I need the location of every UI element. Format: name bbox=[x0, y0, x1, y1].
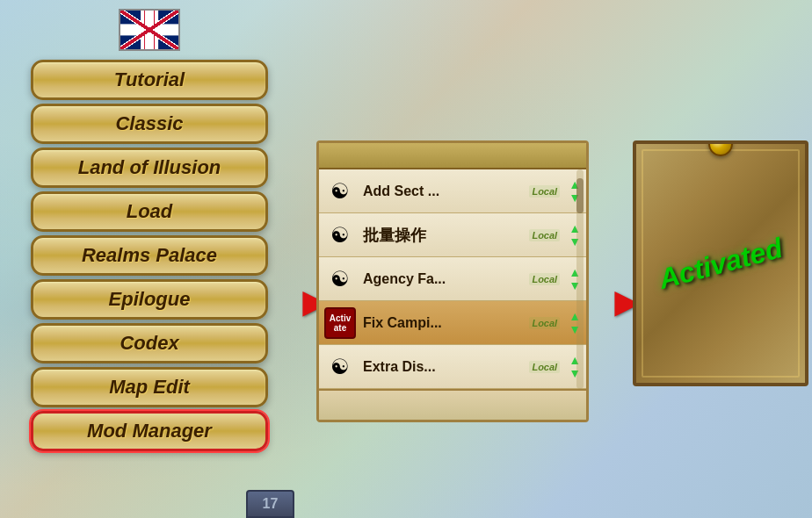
mod-item-name-1: 批量操作 bbox=[363, 225, 522, 246]
flag-cross-horizontal-white bbox=[120, 24, 178, 35]
menu-btn-classic[interactable]: Classic bbox=[31, 104, 268, 144]
menu-btn-land-of-illusion[interactable]: Land of Illusion bbox=[31, 147, 268, 188]
mod-item-name-2: Agency Fa... bbox=[363, 271, 522, 287]
mod-item-1[interactable]: ☯ 批量操作 Local ▲ ▼ bbox=[319, 213, 586, 257]
mod-list-panel: ☯ Add Sect ... Local ▲ ▼ ☯ 批量操作 Local ▲ … bbox=[316, 140, 589, 422]
left-menu-panel: Tutorial Classic Land of Illusion Load R… bbox=[0, 0, 299, 518]
mod-item-name-0: Add Sect ... bbox=[363, 183, 522, 199]
mod-item-0[interactable]: ☯ Add Sect ... Local ▲ ▼ bbox=[319, 169, 586, 213]
mod-item-name-4: Extra Dis... bbox=[363, 359, 522, 375]
flag-cross-vertical-white bbox=[141, 11, 158, 49]
menu-btn-load[interactable]: Load bbox=[31, 191, 268, 232]
mod-item-tag-0: Local bbox=[529, 185, 560, 198]
mod-item-3[interactable]: Activate Fix Campi... Local ▲ ▼ bbox=[319, 301, 586, 345]
mod-item-name-3: Fix Campi... bbox=[363, 315, 522, 331]
yin-yang-icon-2: ☯ bbox=[324, 263, 356, 295]
menu-btn-epilogue[interactable]: Epilogue bbox=[31, 279, 268, 320]
menu-btn-tutorial[interactable]: Tutorial bbox=[31, 60, 268, 100]
scroll-indicator[interactable] bbox=[576, 169, 584, 389]
flag-cross-overlay bbox=[120, 11, 178, 49]
menu-btn-realms-palace[interactable]: Realms Palace bbox=[31, 235, 268, 276]
yin-yang-icon-1: ☯ bbox=[324, 219, 356, 251]
flag-cross-horizontal-red bbox=[120, 26, 178, 33]
number-badge: 17 bbox=[246, 490, 294, 518]
mod-list-header bbox=[319, 143, 586, 169]
mod-item-tag-3: Local bbox=[529, 317, 560, 329]
flag-background bbox=[120, 11, 178, 49]
badge-number: 17 bbox=[263, 496, 279, 512]
yin-yang-icon-4: ☯ bbox=[324, 351, 356, 383]
result-panel: Activated bbox=[633, 140, 808, 386]
activate-icon-3: Activate bbox=[324, 307, 356, 339]
mod-item-tag-1: Local bbox=[529, 229, 560, 241]
flag-cross-vertical-red bbox=[144, 11, 155, 49]
mod-item-4[interactable]: ☯ Extra Dis... Local ▲ ▼ bbox=[319, 345, 586, 389]
activated-status: Activated bbox=[656, 231, 787, 295]
uk-flag[interactable] bbox=[119, 9, 180, 51]
mod-item-tag-2: Local bbox=[529, 273, 560, 285]
gold-orb bbox=[708, 140, 733, 156]
menu-btn-map-edit[interactable]: Map Edit bbox=[31, 367, 268, 407]
mod-item-2[interactable]: ☯ Agency Fa... Local ▲ ▼ bbox=[319, 257, 586, 301]
yin-yang-icon-0: ☯ bbox=[324, 176, 356, 207]
menu-btn-mod-manager[interactable]: Mod Manager bbox=[31, 411, 268, 451]
scroll-thumb[interactable] bbox=[576, 178, 584, 213]
mod-list-footer bbox=[319, 389, 586, 420]
mod-item-tag-4: Local bbox=[529, 361, 560, 373]
menu-btn-codex[interactable]: Codex bbox=[31, 323, 268, 363]
